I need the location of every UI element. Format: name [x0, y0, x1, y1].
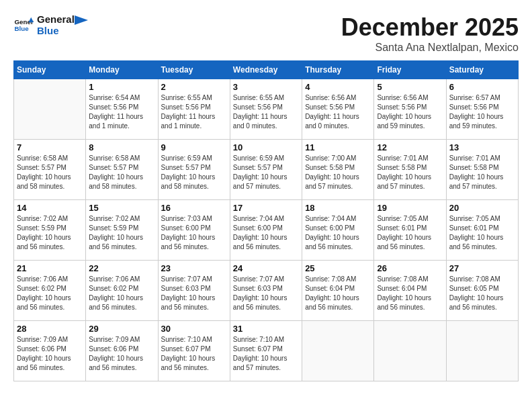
- calendar-cell: 10Sunrise: 6:59 AM Sunset: 5:57 PM Dayli…: [230, 140, 302, 200]
- day-number: 19: [377, 203, 443, 213]
- calendar-cell: 26Sunrise: 7:08 AM Sunset: 6:04 PM Dayli…: [374, 261, 446, 321]
- day-number: 20: [449, 203, 515, 213]
- weekday-header: Wednesday: [230, 61, 302, 79]
- calendar-cell: 17Sunrise: 7:04 AM Sunset: 6:00 PM Dayli…: [230, 200, 302, 261]
- day-info: Sunrise: 7:06 AM Sunset: 6:02 PM Dayligh…: [89, 275, 154, 312]
- day-number: 31: [233, 324, 299, 334]
- calendar-week-row: 1Sunrise: 6:54 AM Sunset: 5:56 PM Daylig…: [14, 79, 519, 140]
- weekday-header: Friday: [374, 61, 446, 79]
- calendar-cell: 15Sunrise: 7:02 AM Sunset: 5:59 PM Dayli…: [86, 200, 158, 261]
- calendar-cell: 18Sunrise: 7:04 AM Sunset: 6:00 PM Dayli…: [302, 200, 374, 261]
- day-info: Sunrise: 7:07 AM Sunset: 6:03 PM Dayligh…: [233, 275, 299, 312]
- svg-marker-4: [75, 15, 88, 25]
- day-number: 18: [305, 203, 371, 213]
- day-info: Sunrise: 7:08 AM Sunset: 6:04 PM Dayligh…: [377, 275, 443, 312]
- calendar-cell: 19Sunrise: 7:05 AM Sunset: 6:01 PM Dayli…: [374, 200, 446, 261]
- day-info: Sunrise: 6:56 AM Sunset: 5:56 PM Dayligh…: [305, 93, 371, 131]
- calendar-cell: 13Sunrise: 7:01 AM Sunset: 5:58 PM Dayli…: [446, 140, 518, 200]
- weekday-header: Tuesday: [158, 61, 230, 79]
- day-info: Sunrise: 7:02 AM Sunset: 5:59 PM Dayligh…: [17, 214, 83, 252]
- calendar-header-row: SundayMondayTuesdayWednesdayThursdayFrid…: [14, 61, 519, 79]
- day-number: 29: [89, 324, 154, 334]
- calendar-cell: 4Sunrise: 6:56 AM Sunset: 5:56 PM Daylig…: [302, 79, 374, 140]
- day-number: 14: [17, 203, 83, 213]
- day-info: Sunrise: 7:05 AM Sunset: 6:01 PM Dayligh…: [449, 214, 515, 252]
- day-number: 25: [305, 263, 371, 273]
- day-number: 28: [17, 324, 83, 334]
- day-info: Sunrise: 7:01 AM Sunset: 5:58 PM Dayligh…: [377, 154, 443, 191]
- day-info: Sunrise: 6:59 AM Sunset: 5:57 PM Dayligh…: [233, 154, 299, 191]
- day-info: Sunrise: 6:59 AM Sunset: 5:57 PM Dayligh…: [161, 154, 227, 191]
- calendar-cell: 27Sunrise: 7:08 AM Sunset: 6:05 PM Dayli…: [446, 261, 518, 321]
- calendar-cell: 6Sunrise: 6:57 AM Sunset: 5:56 PM Daylig…: [446, 79, 518, 140]
- day-number: 23: [161, 263, 227, 273]
- title-area: December 2025 Santa Ana Nextlalpan, Mexi…: [341, 13, 519, 54]
- day-info: Sunrise: 6:58 AM Sunset: 5:57 PM Dayligh…: [17, 154, 83, 191]
- day-info: Sunrise: 7:09 AM Sunset: 6:06 PM Dayligh…: [89, 335, 154, 373]
- day-info: Sunrise: 7:05 AM Sunset: 6:01 PM Dayligh…: [377, 214, 443, 252]
- calendar-week-row: 28Sunrise: 7:09 AM Sunset: 6:06 PM Dayli…: [14, 321, 519, 381]
- day-info: Sunrise: 7:08 AM Sunset: 6:05 PM Dayligh…: [449, 275, 515, 312]
- day-info: Sunrise: 7:07 AM Sunset: 6:03 PM Dayligh…: [161, 275, 227, 312]
- calendar-cell: 11Sunrise: 7:00 AM Sunset: 5:58 PM Dayli…: [302, 140, 374, 200]
- calendar-week-row: 14Sunrise: 7:02 AM Sunset: 5:59 PM Dayli…: [14, 200, 519, 261]
- day-number: 8: [89, 142, 154, 152]
- calendar-cell: 9Sunrise: 6:59 AM Sunset: 5:57 PM Daylig…: [158, 140, 230, 200]
- day-info: Sunrise: 7:01 AM Sunset: 5:58 PM Dayligh…: [449, 154, 515, 191]
- calendar-cell: [374, 321, 446, 381]
- day-number: 15: [89, 203, 154, 213]
- day-info: Sunrise: 6:58 AM Sunset: 5:57 PM Dayligh…: [89, 154, 154, 191]
- day-number: 24: [233, 263, 299, 273]
- calendar-cell: 14Sunrise: 7:02 AM Sunset: 5:59 PM Dayli…: [14, 200, 86, 261]
- day-number: 10: [233, 142, 299, 152]
- calendar-week-row: 7Sunrise: 6:58 AM Sunset: 5:57 PM Daylig…: [14, 140, 519, 200]
- calendar-cell: [14, 79, 86, 140]
- calendar-cell: 7Sunrise: 6:58 AM Sunset: 5:57 PM Daylig…: [14, 140, 86, 200]
- calendar-cell: 24Sunrise: 7:07 AM Sunset: 6:03 PM Dayli…: [230, 261, 302, 321]
- day-info: Sunrise: 6:55 AM Sunset: 5:56 PM Dayligh…: [233, 93, 299, 131]
- calendar-cell: 31Sunrise: 7:10 AM Sunset: 6:07 PM Dayli…: [230, 321, 302, 381]
- day-number: 7: [17, 142, 83, 152]
- month-title: December 2025: [341, 13, 519, 42]
- weekday-header: Monday: [86, 61, 158, 79]
- calendar-cell: 30Sunrise: 7:10 AM Sunset: 6:07 PM Dayli…: [158, 321, 230, 381]
- day-number: 11: [305, 142, 371, 152]
- day-number: 6: [449, 82, 515, 92]
- day-info: Sunrise: 7:09 AM Sunset: 6:06 PM Dayligh…: [17, 335, 83, 373]
- calendar-cell: 2Sunrise: 6:55 AM Sunset: 5:56 PM Daylig…: [158, 79, 230, 140]
- day-info: Sunrise: 7:00 AM Sunset: 5:58 PM Dayligh…: [305, 154, 371, 191]
- day-number: 27: [449, 263, 515, 273]
- weekday-header: Thursday: [302, 61, 374, 79]
- svg-text:Blue: Blue: [15, 25, 30, 32]
- day-number: 1: [89, 82, 154, 92]
- calendar-cell: 1Sunrise: 6:54 AM Sunset: 5:56 PM Daylig…: [86, 79, 158, 140]
- day-number: 21: [17, 263, 83, 273]
- day-info: Sunrise: 7:02 AM Sunset: 5:59 PM Dayligh…: [89, 214, 154, 252]
- day-info: Sunrise: 7:04 AM Sunset: 6:00 PM Dayligh…: [305, 214, 371, 252]
- day-number: 12: [377, 142, 443, 152]
- logo-icon: General Blue: [13, 15, 34, 35]
- day-number: 30: [161, 324, 227, 334]
- calendar-cell: [446, 321, 518, 381]
- logo-blue: Blue: [37, 25, 88, 36]
- day-number: 9: [161, 142, 227, 152]
- day-number: 2: [161, 82, 227, 92]
- calendar-cell: 21Sunrise: 7:06 AM Sunset: 6:02 PM Dayli…: [14, 261, 86, 321]
- day-number: 5: [377, 82, 443, 92]
- day-number: 17: [233, 203, 299, 213]
- calendar-cell: 5Sunrise: 6:56 AM Sunset: 5:56 PM Daylig…: [374, 79, 446, 140]
- calendar: SundayMondayTuesdayWednesdayThursdayFrid…: [13, 60, 519, 381]
- day-info: Sunrise: 7:06 AM Sunset: 6:02 PM Dayligh…: [17, 275, 83, 312]
- calendar-cell: 23Sunrise: 7:07 AM Sunset: 6:03 PM Dayli…: [158, 261, 230, 321]
- weekday-header: Sunday: [14, 61, 86, 79]
- day-number: 16: [161, 203, 227, 213]
- day-info: Sunrise: 7:04 AM Sunset: 6:00 PM Dayligh…: [233, 214, 299, 252]
- calendar-cell: 29Sunrise: 7:09 AM Sunset: 6:06 PM Dayli…: [86, 321, 158, 381]
- day-number: 26: [377, 263, 443, 273]
- logo-arrow: [75, 15, 88, 25]
- header: General Blue General Blue December 2025 …: [13, 13, 519, 54]
- day-info: Sunrise: 7:08 AM Sunset: 6:04 PM Dayligh…: [305, 275, 371, 312]
- day-info: Sunrise: 6:56 AM Sunset: 5:56 PM Dayligh…: [377, 93, 443, 131]
- calendar-cell: 8Sunrise: 6:58 AM Sunset: 5:57 PM Daylig…: [86, 140, 158, 200]
- day-number: 22: [89, 263, 154, 273]
